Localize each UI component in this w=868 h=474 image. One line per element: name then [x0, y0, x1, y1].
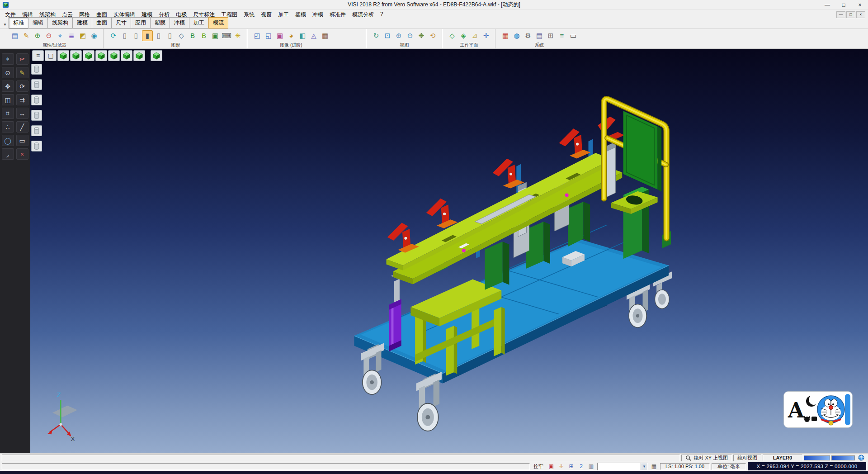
pan-icon[interactable]: ✥ — [416, 30, 427, 41]
layer-combo[interactable]: ▼ — [597, 463, 648, 470]
hatch-icon[interactable]: ⌗ — [2, 108, 14, 119]
database-icon[interactable]: ≡ — [557, 30, 567, 41]
menu-item[interactable]: 视窗 — [258, 10, 275, 19]
drawing-database-icon[interactable] — [31, 141, 42, 152]
rectangle-icon[interactable]: ▭ — [16, 135, 28, 146]
maximize-button[interactable]: □ — [835, 0, 852, 9]
rotate-icon[interactable]: ⟳ — [16, 81, 28, 92]
advanced-render-icon[interactable]: ◕ — [286, 30, 297, 41]
workplane-rotate-icon[interactable]: ⊿ — [469, 30, 480, 41]
fillet-icon[interactable]: ◞ — [2, 148, 14, 160]
table-view-icon[interactable]: ▦ — [650, 463, 658, 470]
ghost-style-icon[interactable]: ▯ — [165, 30, 175, 41]
regen-icon[interactable]: ⟳ — [108, 30, 119, 41]
zoom-window-icon[interactable]: ◰ — [252, 30, 263, 41]
filter-plus-icon[interactable]: ⊕ — [32, 30, 43, 41]
ribbon-tab[interactable]: 标准 — [9, 17, 28, 28]
point-icon[interactable]: ∴ — [2, 121, 14, 133]
ribbon-tab[interactable]: 曲面 — [92, 17, 112, 28]
shaded-style-icon[interactable]: ▮ — [142, 30, 153, 41]
menu-item[interactable]: ? — [377, 10, 387, 19]
ribbon-tab[interactable]: 应用 — [131, 17, 151, 28]
dynamic-zoom-icon[interactable]: ◱ — [263, 30, 274, 41]
mirror-icon[interactable]: ◫ — [2, 94, 14, 105]
context-menu-icon[interactable]: ▥ — [587, 463, 595, 470]
ribbon-tab[interactable]: 模流 — [208, 17, 228, 28]
model-database-icon[interactable] — [31, 64, 42, 75]
settings-icon[interactable]: ⚙ — [523, 30, 533, 41]
3d-viewport-canvas[interactable]: Z X — [30, 49, 868, 453]
menu-item[interactable]: 塑模 — [292, 10, 309, 19]
wireframe-database-icon[interactable] — [31, 79, 42, 90]
move-icon[interactable]: ✥ — [2, 81, 14, 92]
view-top-icon[interactable] — [121, 50, 132, 61]
view-front-icon[interactable] — [70, 50, 82, 61]
group-icon[interactable]: ▣ — [210, 30, 221, 41]
zoom-out-icon[interactable]: ⊖ — [405, 30, 415, 41]
mesh-database-icon[interactable] — [31, 125, 42, 136]
surface-database-icon[interactable] — [31, 95, 42, 105]
view-reference-indicator[interactable]: 绝对视图 — [733, 455, 761, 461]
menu-item[interactable]: 系统 — [241, 10, 258, 19]
grid-icon[interactable]: ⊞ — [545, 30, 556, 41]
properties-icon[interactable]: ▤ — [9, 30, 20, 41]
lock-label[interactable]: 拴牢 — [532, 463, 545, 470]
perspective-icon[interactable]: ◬ — [308, 30, 319, 41]
ribbon-tab[interactable]: 编辑 — [28, 17, 48, 28]
mdi-control-button[interactable]: □ — [846, 11, 855, 18]
layer-combo-input[interactable] — [598, 464, 641, 469]
combo-dropdown-icon[interactable]: ▼ — [641, 463, 647, 470]
viewport-pane-icon[interactable]: ▢ — [45, 50, 57, 61]
menu-item[interactable]: 模流分析 — [349, 10, 377, 19]
snap-lock-icon[interactable]: ▣ — [547, 463, 556, 470]
section-view-icon[interactable]: ◧ — [297, 30, 308, 41]
ribbon-tab[interactable]: 线架构 — [47, 17, 73, 28]
3d-viewport[interactable]: Z X ≡▢ A — [30, 49, 868, 453]
blank-element-icon[interactable]: B — [187, 30, 198, 41]
ribbon-tab[interactable]: 建模 — [72, 17, 92, 28]
sketch-icon[interactable]: ✎ — [16, 67, 28, 78]
status-globe-icon[interactable] — [856, 454, 866, 461]
ribbon-tab[interactable]: 塑膜 — [150, 17, 170, 28]
view-back-icon[interactable] — [83, 50, 94, 61]
mdi-control-button[interactable]: — — [836, 11, 845, 18]
workplane-icon[interactable]: ◇ — [447, 30, 458, 41]
layer-filter-icon[interactable]: ≣ — [66, 30, 77, 41]
menu-item[interactable]: 加工 — [275, 10, 292, 19]
active-layer-indicator[interactable]: LAYER0 — [763, 455, 802, 461]
wireframe-style-icon[interactable]: ▯ — [119, 30, 130, 41]
color-filter-icon[interactable]: ◩ — [77, 30, 88, 41]
menu-item[interactable]: 冲模 — [309, 10, 326, 19]
dimension-icon[interactable]: ↔ — [16, 108, 28, 119]
snap-icon[interactable]: ⊙ — [2, 67, 14, 78]
close-button[interactable]: × — [852, 0, 868, 9]
monitor-icon[interactable]: ▭ — [568, 30, 579, 41]
select-icon[interactable]: ⌖ — [2, 53, 14, 65]
grid-snap-icon[interactable]: ✛ — [557, 463, 566, 470]
view-isometric-icon[interactable] — [57, 50, 69, 61]
zoom-in-icon[interactable]: ⊕ — [393, 30, 404, 41]
attribute-paint-icon[interactable]: ✎ — [21, 30, 32, 41]
redraw-icon[interactable]: ↻ — [371, 30, 382, 41]
selection-filter-icon[interactable]: ⌖ — [55, 30, 66, 41]
circle-icon[interactable]: ◯ — [2, 135, 14, 146]
view-dynamic-icon[interactable] — [151, 50, 162, 61]
menu-item[interactable]: 标准件 — [326, 10, 349, 19]
globe-icon[interactable]: ◍ — [511, 30, 522, 41]
delete-icon[interactable]: × — [16, 148, 28, 160]
view-left-icon[interactable] — [95, 50, 107, 61]
ribbon-tab[interactable]: 加工 — [189, 17, 209, 28]
background-settings-icon[interactable]: ▦ — [320, 30, 330, 41]
mdi-control-button[interactable]: × — [856, 11, 865, 18]
keyboard-icon[interactable]: ⌨ — [221, 30, 232, 41]
view-right-icon[interactable] — [108, 50, 120, 61]
orbit-icon[interactable]: ⟲ — [427, 30, 438, 41]
visibility-filter-icon[interactable]: ◉ — [89, 30, 99, 41]
entity-snap-icon[interactable]: ⊞ — [567, 463, 576, 470]
view-mode-indicator[interactable]: 绝对 XY 上视图 — [681, 455, 732, 461]
viewport-menu-icon[interactable]: ≡ — [32, 50, 44, 61]
rendered-style-icon[interactable]: ▯ — [153, 30, 164, 41]
quick-help-icon[interactable]: 2 — [577, 463, 585, 470]
edge-display-icon[interactable]: ◇ — [176, 30, 187, 41]
offset-icon[interactable]: ⇉ — [16, 94, 28, 105]
